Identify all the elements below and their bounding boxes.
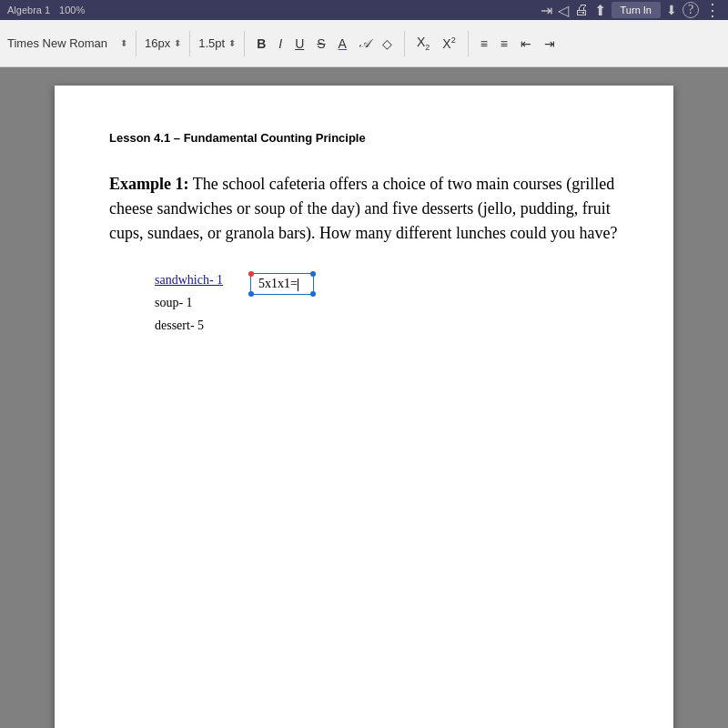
font-color-button[interactable]: A	[335, 35, 350, 53]
document-page: Lesson 4.1 – Fundamental Counting Princi…	[55, 86, 673, 728]
superscript-button[interactable]: X2	[439, 34, 459, 53]
indent-decrease-button[interactable]: ⇤	[517, 35, 535, 53]
items-section: sandwhich- 1 soup- 1 dessert- 5 5x1x1=	[109, 268, 619, 338]
font-size-selector[interactable]: 16px ⬍	[145, 36, 181, 50]
line-spacing-selector[interactable]: 1.5pt ⬍	[198, 36, 236, 50]
font-family-selector[interactable]: Times New Roman ⬍	[7, 36, 127, 50]
divider-4	[404, 31, 405, 56]
font-name-arrow[interactable]: ⬍	[120, 38, 127, 48]
items-list: sandwhich- 1 soup- 1 dessert- 5	[155, 268, 223, 338]
subscript-button[interactable]: X2	[413, 33, 433, 54]
menu-icon[interactable]: ⋮	[704, 0, 721, 20]
font-name-label: Times New Roman	[7, 36, 116, 50]
dessert-item: dessert- 5	[155, 318, 204, 332]
list-item: sandwhich- 1	[155, 268, 223, 291]
list-bullet-button[interactable]: ≡	[477, 35, 491, 53]
lesson-title: Lesson 4.1 – Fundamental Counting Princi…	[109, 131, 619, 145]
list-item: dessert- 5	[155, 314, 223, 337]
formatting-toolbar: Times New Roman ⬍ 16px ⬍ 1.5pt ⬍ B I U S…	[0, 20, 728, 67]
paint-format-button[interactable]: ◇	[379, 35, 396, 53]
formula-box[interactable]: 5x1x1=	[250, 273, 314, 295]
turn-in-button[interactable]: Turn In	[612, 2, 661, 18]
list-item: soup- 1	[155, 291, 223, 314]
bold-button[interactable]: B	[253, 35, 269, 53]
line-spacing-arrow[interactable]: ⬍	[228, 38, 236, 48]
font-size-arrow[interactable]: ⬍	[174, 38, 181, 48]
download-icon[interactable]: ⬇	[666, 3, 677, 18]
zoom-level: 100%	[59, 5, 85, 15]
back-icon[interactable]: ◁	[558, 2, 569, 19]
strikethrough-button[interactable]: S	[313, 35, 329, 53]
share-icon[interactable]: ⇥	[541, 2, 552, 19]
divider-2	[189, 31, 190, 56]
divider-1	[136, 31, 136, 56]
top-strip: Algebra 1 100% ⇥ ◁ 🖨 ⬆ Turn In ⬇ ? ⋮	[0, 0, 728, 20]
handle-bottom-left	[248, 291, 254, 297]
top-strip-right: ⇥ ◁ 🖨 ⬆ Turn In ⬇ ? ⋮	[541, 0, 721, 20]
handle-top-left	[248, 271, 254, 277]
line-spacing-label: 1.5pt	[198, 36, 225, 50]
print-icon[interactable]: 🖨	[574, 2, 589, 18]
highlight-label: 𝒜	[359, 36, 369, 50]
font-color-label: A	[339, 36, 347, 51]
font-size-label: 16px	[145, 36, 170, 50]
sandwich-item: sandwhich- 1	[155, 273, 223, 287]
italic-button[interactable]: I	[275, 35, 286, 53]
handle-bottom-right	[310, 291, 316, 297]
help-icon[interactable]: ?	[682, 2, 699, 18]
handle-top-right	[310, 271, 316, 277]
formula-container[interactable]: 5x1x1=	[250, 273, 314, 295]
example-label: Example 1:	[109, 175, 189, 193]
divider-3	[244, 31, 245, 56]
soup-item: soup- 1	[155, 296, 193, 309]
underline-button[interactable]: U	[291, 35, 308, 53]
highlight-button[interactable]: 𝒜	[356, 34, 373, 53]
cloud-icon[interactable]: ⬆	[594, 2, 606, 19]
list-number-button[interactable]: ≡	[497, 35, 511, 53]
divider-5	[468, 31, 469, 56]
text-cursor	[298, 278, 298, 291]
document-wrapper: Lesson 4.1 – Fundamental Counting Princi…	[0, 67, 728, 728]
indent-increase-button[interactable]: ⇥	[541, 35, 559, 53]
example-paragraph: Example 1: The school cafeteria offers a…	[109, 172, 619, 246]
formula-text: 5x1x1=	[258, 277, 298, 290]
app-name-text: Algebra 1	[7, 5, 50, 15]
